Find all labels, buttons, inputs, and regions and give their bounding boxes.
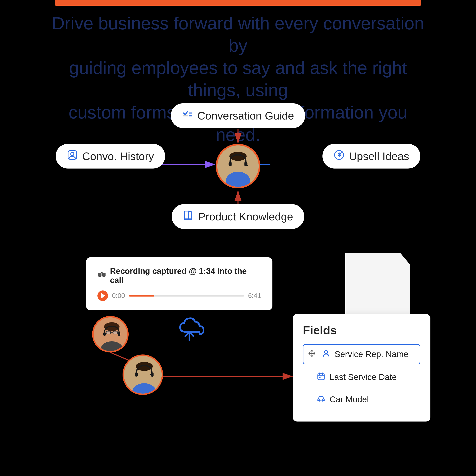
car-icon [317,394,325,405]
mindmap-section: Conversation Guide Convo. History $ [56,97,420,235]
svg-rect-35 [103,332,106,336]
svg-point-11 [71,152,74,155]
center-avatar [216,144,260,188]
checklist-icon [182,109,193,122]
recording-icon [97,270,106,281]
play-button[interactable] [97,290,108,301]
pill-convo-history: Convo. History [56,144,165,169]
time-end: 6:41 [248,292,261,300]
pill-product-knowledge-label: Product Knowledge [198,210,293,223]
pill-upsell-ideas: $ Upsell Ideas [323,144,420,169]
svg-rect-25 [98,273,102,277]
pill-convo-history-label: Convo. History [82,150,154,162]
dollar-icon: $ [334,150,344,163]
book-icon [183,210,194,223]
recording-header: Recording captured @ 1:34 into the call [97,267,261,285]
progress-bar-fill [129,295,154,297]
svg-point-40 [136,362,153,371]
pill-upsell-ideas-label: Upsell Ideas [349,150,409,162]
svg-rect-32 [106,331,111,334]
bottom-avatar-male [122,355,163,395]
page-container: Drive business forward with every conver… [0,0,476,476]
bottom-avatar-female [92,316,129,353]
fields-title: Fields [303,323,420,337]
audio-player[interactable]: 0:00 6:41 [97,290,261,301]
move-icon [308,350,316,359]
field-row-service-rep[interactable]: Service Rep. Name [303,344,420,364]
field-label-last-service: Last Service Date [330,372,397,382]
svg-rect-26 [102,273,105,277]
progress-bar[interactable] [129,295,244,297]
fields-card: Fields [293,314,430,422]
recording-card: Recording captured @ 1:34 into the call … [86,257,272,310]
field-label-service-rep: Service Rep. Name [335,349,408,359]
person-history-icon [67,150,78,163]
field-row-car-model[interactable]: Car Model [303,390,420,409]
top-bar [55,0,421,6]
pill-product-knowledge: Product Knowledge [172,204,304,229]
svg-point-46 [324,350,328,354]
bottom-section: Recording captured @ 1:34 into the call … [46,253,430,456]
svg-rect-33 [113,331,118,334]
person-field-icon [322,349,330,359]
field-row-last-service[interactable]: Last Service Date [303,368,420,387]
recording-title: Recording captured @ 1:34 into the call [110,267,261,285]
cloud-upload-icon [171,316,208,351]
svg-rect-19 [229,162,232,166]
svg-rect-36 [118,332,120,336]
svg-rect-41 [135,373,138,376]
play-triangle-icon [101,293,105,298]
pill-conversation-guide-label: Conversation Guide [197,109,294,122]
svg-text:$: $ [338,152,341,158]
field-label-car-model: Car Model [330,395,369,404]
pill-conversation-guide: Conversation Guide [171,103,305,128]
time-start: 0:00 [112,292,125,300]
calendar-icon [317,372,325,382]
